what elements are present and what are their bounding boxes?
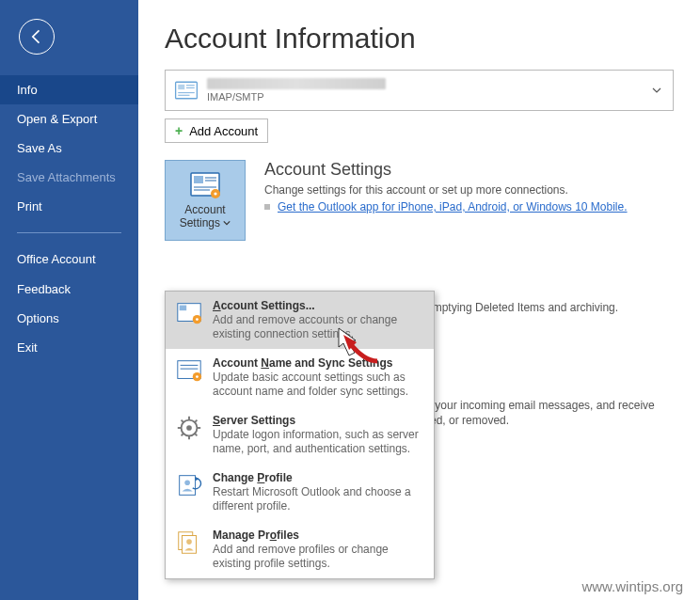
watermark: www.wintips.org [581,578,683,594]
dropdown-desc: Add and remove accounts or change existi… [213,313,424,341]
back-arrow-icon [27,27,46,46]
svg-line-29 [182,420,184,423]
svg-line-30 [195,434,198,436]
dropdown-title: Account Settings... [213,299,424,313]
bullet-icon [264,204,270,210]
manage-profiles-icon [175,529,203,557]
dropdown-item-account-settings[interactable]: Account Settings...Add and remove accoun… [166,292,434,349]
sidebar-item-options[interactable]: Options [0,304,138,333]
sidebar-item-exit[interactable]: Exit [0,333,138,362]
sidebar-item-office-account[interactable]: Office Account [0,245,138,275]
sidebar-separator [17,232,121,233]
svg-point-22 [196,375,199,378]
svg-rect-1 [178,85,184,89]
outlook-app-link[interactable]: Get the Outlook app for iPhone, iPad, An… [278,200,628,213]
svg-line-32 [195,420,198,423]
sidebar-item-save-as[interactable]: Save As [0,134,138,163]
account-settings-section: Account Settings Account Settings Change… [165,160,674,241]
sidebar: Info Open & Export Save As Save Attachme… [0,0,138,600]
sidebar-item-print[interactable]: Print [0,192,138,221]
account-settings-button[interactable]: Account Settings [165,160,246,241]
dropdown-item-server-settings[interactable]: Server SettingsUpdate logon information,… [166,406,434,464]
account-settings-dropdown: Account Settings...Add and remove accoun… [165,291,435,579]
account-settings-title: Account Settings [264,160,674,180]
account-settings-icon [189,171,221,199]
dropdown-desc: Restart Microsoft Outlook and choose a d… [213,485,424,513]
sidebar-top-items: Info Open & Export Save As Save Attachme… [0,75,138,362]
chevron-down-icon [223,219,231,227]
sidebar-item-open-export[interactable]: Open & Export [0,104,138,134]
back-button[interactable] [19,19,55,55]
svg-point-17 [196,318,199,321]
dropdown-title: Server Settings [213,414,424,428]
account-name-sync-icon [175,356,203,385]
plus-icon: + [175,123,183,138]
dropdown-item-account-name-sync[interactable]: Account Name and Sync SettingsUpdate bas… [166,349,434,406]
change-profile-icon [175,471,203,499]
account-settings-small-icon [175,299,203,327]
dropdown-title: Change Profile [213,471,424,485]
sidebar-item-info[interactable]: Info [0,75,138,104]
svg-point-13 [214,192,216,195]
dropdown-desc: Update logon information, such as server… [213,428,424,456]
dropdown-item-change-profile[interactable]: Change ProfileRestart Microsoft Outlook … [166,464,434,521]
account-text: IMAP/SMTP [207,78,386,103]
dropdown-desc: Update basic account settings such as ac… [213,371,424,399]
svg-point-38 [186,539,192,545]
dropdown-title: Manage Profiles [213,529,424,543]
page-title: Account Information [165,23,674,55]
svg-line-31 [182,434,184,436]
add-account-button[interactable]: + Add Account [165,118,268,143]
account-selector[interactable]: IMAP/SMTP [165,70,674,111]
sidebar-item-save-attachments: Save Attachments [0,163,138,192]
account-settings-button-label: Account Settings [180,204,231,230]
account-settings-desc: Change settings for this account or set … [264,183,674,197]
svg-point-34 [184,480,190,485]
dropdown-title: Account Name and Sync Settings [213,356,424,371]
rules-truncated-text-1: nize your incoming email messages, and r… [411,399,655,412]
account-card-icon [173,77,199,103]
svg-point-24 [186,425,192,431]
account-email-masked [207,78,386,89]
chevron-down-icon [652,86,661,95]
add-account-label: Add Account [189,124,258,138]
dropdown-desc: Add and remove profiles or change existi… [213,543,424,571]
dropdown-item-manage-profiles[interactable]: Manage ProfilesAdd and remove profiles o… [166,521,434,578]
sidebar-item-feedback[interactable]: Feedback [0,275,138,304]
account-protocol: IMAP/SMTP [207,91,386,103]
svg-rect-7 [194,176,203,183]
gear-icon [175,414,203,442]
svg-rect-15 [180,306,187,311]
mailbox-settings-truncated-text: by emptying Deleted Items and archiving. [411,301,618,314]
